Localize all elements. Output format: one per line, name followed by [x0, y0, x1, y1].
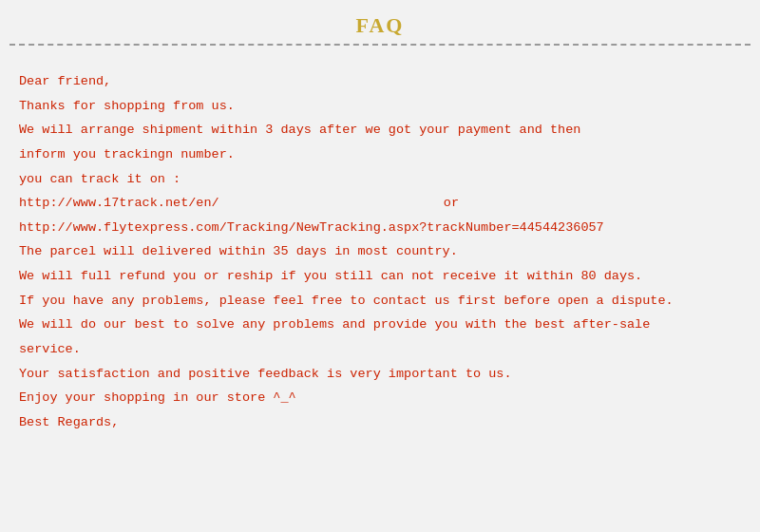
- line-7: http://www.flytexpress.com/Tracking/NewT…: [19, 217, 741, 239]
- line-11: We will do our best to solve any problem…: [19, 314, 741, 336]
- line-4: inform you trackingn number.: [19, 143, 741, 166]
- page-title: FAQ: [356, 13, 405, 37]
- faq-content: Dear friend, Thanks for shopping from us…: [0, 53, 760, 445]
- divider: [10, 44, 750, 46]
- page-container: FAQ Dear friend, Thanks for shopping fro…: [0, 0, 760, 532]
- link-17track: http://www.17track.net/en/: [19, 196, 219, 210]
- line-6: http://www.17track.net/en/ or: [19, 192, 741, 215]
- line-6b: or: [444, 196, 459, 210]
- line-1: Dear friend,: [19, 70, 741, 93]
- line-8: The parcel will delivered within 35 days…: [19, 240, 741, 263]
- line-2: Thanks for shopping from us.: [19, 95, 741, 118]
- line-14: Enjoy your shopping in our store ^_^: [19, 387, 741, 409]
- line-5: you can track it on :: [19, 168, 741, 191]
- line-13: Your satisfaction and positive feedback …: [19, 363, 741, 386]
- line-15: Best Regards,: [19, 411, 741, 434]
- line-3: We will arrange shipment within 3 days a…: [19, 119, 741, 142]
- header: FAQ: [0, 0, 760, 53]
- line-12: service.: [19, 338, 741, 361]
- line-10: If you have any problems, please feel fr…: [19, 290, 741, 313]
- line-9: We will full refund you or reship if you…: [19, 265, 741, 288]
